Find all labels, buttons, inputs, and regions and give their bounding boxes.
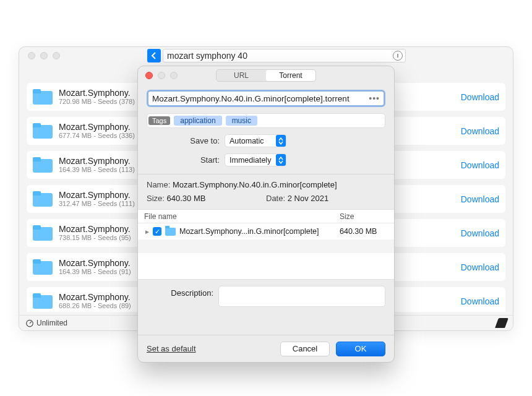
files-empty-rows xyxy=(138,239,394,279)
download-link[interactable]: Download xyxy=(461,92,499,102)
folder-icon xyxy=(165,228,176,236)
tag-chip[interactable]: application xyxy=(174,116,221,126)
files-header: File name Size xyxy=(138,210,394,223)
download-link[interactable]: Download xyxy=(461,160,499,170)
svg-line-1 xyxy=(30,322,32,324)
updown-icon xyxy=(276,154,286,166)
minimize-button xyxy=(158,72,165,79)
name-value: Mozart.Symphony.No.40.in.G.minor[complet… xyxy=(173,180,337,189)
back-button[interactable] xyxy=(147,49,161,62)
download-link[interactable]: Download xyxy=(461,262,499,272)
download-link[interactable]: Download xyxy=(461,194,499,204)
close-button[interactable] xyxy=(145,72,153,79)
folder-icon xyxy=(33,191,53,207)
torrent-meta: Name: Mozart.Symphony.No.40.in.G.minor[c… xyxy=(147,178,385,205)
folder-icon xyxy=(33,225,53,241)
cancel-button[interactable]: Cancel xyxy=(280,342,330,356)
speed-label: Unlimited xyxy=(36,319,67,327)
file-size: 640.30 MB xyxy=(340,227,394,236)
date-label: Date: xyxy=(266,194,285,203)
size-value: 640.30 MB xyxy=(167,194,206,203)
folder-icon xyxy=(33,293,53,309)
search-input[interactable]: mozart symphony 40 xyxy=(163,49,406,62)
start-label: Start: xyxy=(147,155,220,165)
traffic-min[interactable] xyxy=(40,52,48,59)
sheet-footer: Set as default Cancel OK xyxy=(138,335,394,362)
ok-button[interactable]: OK xyxy=(336,342,385,356)
clear-icon[interactable] xyxy=(393,51,403,61)
disclosure-icon[interactable]: ► xyxy=(144,228,149,235)
set-default-link[interactable]: Set as default xyxy=(147,344,196,353)
download-link[interactable]: Download xyxy=(461,228,499,238)
tag-chip[interactable]: music xyxy=(226,116,257,126)
chevron-left-icon xyxy=(151,52,157,59)
start-value: Immediately xyxy=(230,156,271,165)
save-to-select[interactable]: Automatic xyxy=(225,134,286,147)
tab-url[interactable]: URL xyxy=(217,70,266,81)
tags-label: Tags xyxy=(148,116,170,125)
folder-icon xyxy=(33,123,53,139)
description-field[interactable] xyxy=(218,286,385,307)
folder-icon xyxy=(33,89,53,105)
source-value: Mozart.Symphony.No.40.in.G.minor[complet… xyxy=(152,94,350,103)
download-link[interactable]: Download xyxy=(461,126,499,136)
search-value: mozart symphony 40 xyxy=(167,51,247,61)
traffic-max[interactable] xyxy=(53,52,60,59)
name-label: Name: xyxy=(147,180,170,189)
save-to-label: Save to: xyxy=(147,136,220,145)
date-value: 2 Nov 2021 xyxy=(288,194,329,203)
file-name: Mozart.Symphony...in.G.minor[complete] xyxy=(179,227,319,236)
download-link[interactable]: Download xyxy=(461,296,499,306)
col-size[interactable]: Size xyxy=(340,212,394,221)
eraser-icon[interactable] xyxy=(495,318,508,328)
tab-torrent[interactable]: Torrent xyxy=(266,70,315,81)
speed-limit[interactable]: Unlimited xyxy=(25,319,67,327)
source-tabs[interactable]: URL Torrent xyxy=(216,69,316,82)
files-table: File name Size ► ✓ Mozart.Symphony...in.… xyxy=(138,209,394,280)
folder-icon xyxy=(33,157,53,173)
save-to-value: Automatic xyxy=(230,137,264,145)
traffic-close[interactable] xyxy=(28,52,35,59)
size-label: Size: xyxy=(147,194,165,203)
divider xyxy=(138,174,394,174)
source-field[interactable]: Mozart.Symphony.No.40.in.G.minor[complet… xyxy=(147,90,385,107)
tags-field[interactable]: Tags application music xyxy=(147,113,385,128)
file-checkbox[interactable]: ✓ xyxy=(153,227,161,236)
more-icon[interactable]: ••• xyxy=(367,93,382,103)
add-download-sheet: URL Torrent Mozart.Symphony.No.40.in.G.m… xyxy=(137,66,395,363)
updown-icon xyxy=(276,135,286,147)
start-select[interactable]: Immediately xyxy=(225,153,286,166)
sheet-titlebar: URL Torrent xyxy=(138,66,394,85)
zoom-button xyxy=(170,72,178,79)
file-row[interactable]: ► ✓ Mozart.Symphony...in.G.minor[complet… xyxy=(138,223,394,239)
description-label: Description: xyxy=(147,286,213,298)
col-filename[interactable]: File name xyxy=(138,212,340,221)
folder-icon xyxy=(33,259,53,275)
gauge-icon xyxy=(25,319,34,327)
